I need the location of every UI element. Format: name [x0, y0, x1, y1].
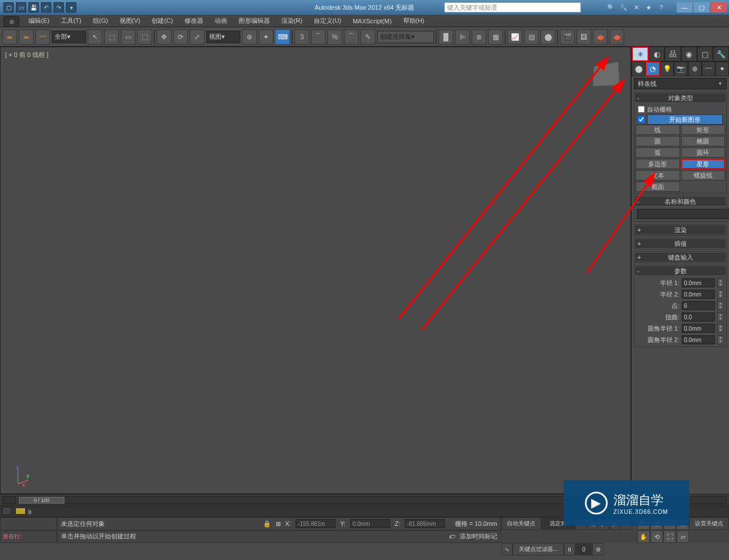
subtab-lights[interactable]: 💡 [660, 61, 674, 76]
window-crossing-icon[interactable]: ⬚ [137, 30, 152, 44]
link-icon[interactable]: ⫘ [2, 30, 17, 44]
menu-rendering[interactable]: 渲染(R) [276, 17, 308, 25]
points-spinner[interactable]: 6 [682, 301, 715, 310]
angle-snap-icon[interactable]: ⌒ [311, 30, 326, 44]
viewcube[interactable] [592, 61, 620, 87]
percent-snap-icon[interactable]: % [327, 30, 342, 44]
subtab-cameras[interactable]: 📷 [674, 61, 687, 76]
time-tag-icon[interactable]: 🏷 [449, 533, 455, 540]
btn-arc[interactable]: 弧 [636, 147, 680, 158]
bind-spacewarp-icon[interactable]: 〰 [35, 30, 50, 44]
time-slider-thumb[interactable]: 0 / 100 [19, 497, 64, 504]
btn-section[interactable]: 截面 [636, 182, 680, 192]
snap-toggle-icon[interactable]: 3 [294, 30, 309, 44]
subtab-spacewarps[interactable]: 〰 [702, 61, 715, 76]
auto-key-button[interactable]: 自动关键点 [501, 517, 541, 530]
open-icon[interactable]: ▭ [16, 2, 26, 13]
ref-coord-dropdown[interactable]: 视图 ▾ [206, 31, 240, 43]
time-config-button[interactable]: ⚙ [592, 543, 604, 555]
btn-helix[interactable]: 螺旋线 [681, 170, 726, 180]
subtab-systems[interactable]: ✦ [715, 61, 729, 76]
spinner-snap-icon[interactable]: ⌒ [344, 30, 359, 44]
tab-hierarchy[interactable]: 品 [665, 47, 681, 61]
keyboard-shortcut-icon[interactable]: ⌨ [275, 30, 290, 44]
viewport-front[interactable]: [ + 0 前 0 线框 ] zyx [0, 47, 631, 494]
rollout-header-interpolation[interactable]: 插值 [634, 238, 726, 249]
menu-tools[interactable]: 工具(T) [55, 17, 87, 25]
search-icon[interactable]: 🔍 [606, 2, 616, 13]
pan-icon[interactable]: ✋ [637, 530, 650, 543]
subtab-geometry[interactable]: ⬤ [632, 61, 645, 76]
autogrid-checkbox[interactable] [638, 106, 645, 113]
radius1-spinner[interactable]: 0.0mm [682, 278, 715, 287]
rollout-header-rendering[interactable]: 渲染 [634, 225, 726, 235]
selection-filter-dropdown[interactable]: 全部 ▾ [52, 31, 86, 43]
btn-circle[interactable]: 圆 [636, 136, 680, 146]
fov-icon[interactable]: ▱ [677, 530, 689, 543]
fillet1-spinner[interactable]: 0.0mm [682, 324, 715, 333]
schematic-view-icon[interactable]: ▤ [524, 30, 539, 44]
maxscript-mini-listener[interactable] [0, 517, 57, 530]
scale-icon[interactable]: ⤢ [190, 30, 204, 44]
render-production-icon[interactable]: 🫖 [593, 30, 608, 44]
render-iterative-icon[interactable]: 🫖 [609, 30, 624, 44]
rendered-frame-icon[interactable]: 🖼 [576, 30, 591, 44]
menu-views[interactable]: 视图(V) [114, 17, 146, 25]
menu-edit[interactable]: 编辑(E) [23, 17, 55, 25]
maximize-viewport-icon[interactable]: ⛶ [664, 530, 676, 543]
x-coord[interactable]: -155.861m [296, 519, 335, 528]
coord-display-icon[interactable]: ⊞ [276, 520, 281, 528]
edit-named-sel-icon[interactable]: ✎ [361, 30, 375, 44]
rotate-icon[interactable]: ⟳ [173, 30, 188, 44]
tab-motion[interactable]: ◉ [681, 47, 697, 61]
menu-group[interactable]: 组(G) [87, 17, 114, 25]
key-marker[interactable] [16, 508, 25, 514]
infocenter-search[interactable]: 键入关键字或短语 [444, 2, 581, 13]
mirror-icon[interactable]: ▐▌ [439, 30, 453, 44]
select-manipulate-icon[interactable]: ✦ [259, 30, 273, 44]
add-time-tag[interactable]: 添加时间标记 [460, 532, 497, 541]
distortion-spinner[interactable]: 0.0 [682, 312, 715, 322]
btn-line[interactable]: 线 [636, 125, 680, 135]
undo-icon[interactable]: ↶ [41, 2, 51, 13]
tab-utilities[interactable]: 🔧 [713, 47, 729, 61]
menu-customize[interactable]: 自定义(U) [308, 17, 347, 25]
menu-grapheditors[interactable]: 图形编辑器 [233, 17, 276, 25]
rollout-header-keyboard[interactable]: 键盘输入 [634, 252, 726, 262]
rollout-header-name-color[interactable]: 名称和颜色 [634, 196, 726, 207]
startnewshape-checkbox[interactable] [638, 116, 645, 123]
tab-create[interactable]: ✳ [632, 47, 649, 61]
qat-more-icon[interactable]: ▾ [66, 2, 76, 13]
btn-star[interactable]: 星形 [681, 159, 726, 169]
btn-donut[interactable]: 圆环 [681, 147, 726, 158]
favorite-icon[interactable]: ★ [644, 2, 654, 13]
menu-animation[interactable]: 动画 [209, 17, 233, 25]
pivot-icon[interactable]: ⊕ [242, 30, 257, 44]
select-object-icon[interactable]: ↖ [88, 30, 103, 44]
menu-help[interactable]: 帮助(H) [398, 17, 430, 25]
curve-editor-icon[interactable]: 📈 [507, 30, 522, 44]
named-selection-dropdown[interactable]: 创建选择集 ▾ [377, 31, 434, 43]
new-icon[interactable]: ▢ [3, 2, 14, 13]
tab-display[interactable]: ▢ [697, 47, 713, 61]
btn-ngon[interactable]: 多边形 [636, 159, 680, 169]
tab-modify[interactable]: ◐ [649, 47, 665, 61]
close-button[interactable]: ✕ [711, 2, 727, 13]
select-rect-icon[interactable]: ▭ [121, 30, 136, 44]
graphite-icon[interactable]: ▦ [488, 30, 503, 44]
subtab-helpers[interactable]: ⊕ [688, 61, 702, 76]
align-icon[interactable]: ⊫ [455, 30, 470, 44]
time-config-icon[interactable] [2, 496, 16, 504]
key-filters-button[interactable]: 关键点过滤器... [513, 543, 564, 555]
material-editor-icon[interactable]: ⬤ [540, 30, 555, 44]
object-name-input[interactable] [637, 209, 729, 219]
maximize-button[interactable]: ▢ [694, 2, 710, 13]
track-bar-toggle[interactable] [2, 507, 11, 515]
unlink-icon[interactable]: ⫘ [19, 30, 34, 44]
btn-text[interactable]: 文本 [636, 170, 680, 180]
redo-icon[interactable]: ↷ [54, 2, 64, 13]
subtab-shapes[interactable]: ◔ [645, 61, 660, 76]
current-frame-field[interactable]: 0 [575, 543, 592, 555]
render-setup-icon[interactable]: 🎬 [560, 30, 575, 44]
save-icon[interactable]: 💾 [28, 2, 39, 13]
